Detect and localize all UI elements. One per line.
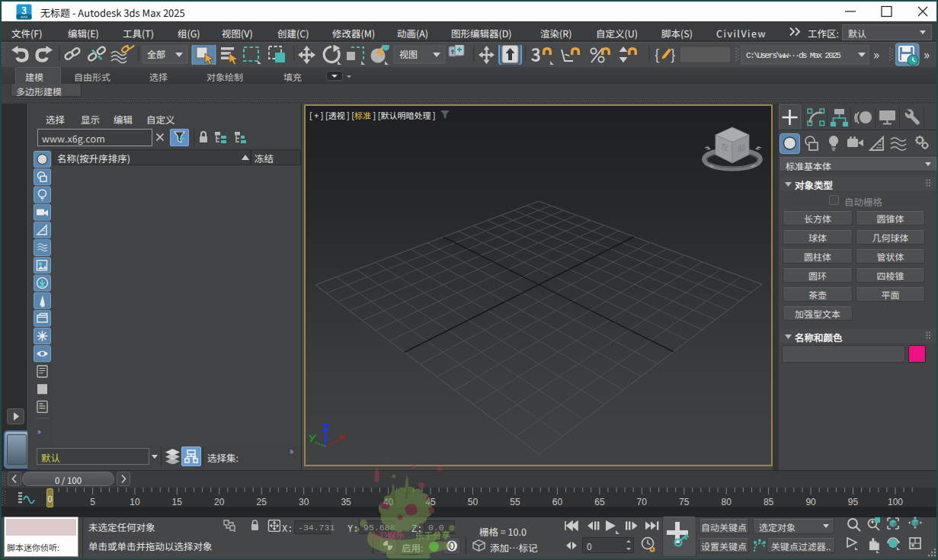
svg-text:45: 45 (425, 497, 436, 507)
svg-text:10: 10 (130, 497, 140, 507)
svg-text:»: » (37, 425, 41, 437)
svg-text:{: { (655, 45, 659, 64)
svg-text:50: 50 (468, 497, 479, 507)
svg-text:5: 5 (90, 497, 95, 507)
svg-text:3: 3 (21, 4, 27, 16)
svg-text:前: 前 (738, 141, 745, 154)
svg-text:MAX: MAX (21, 14, 28, 19)
svg-text:15: 15 (172, 497, 183, 507)
svg-text:60: 60 (552, 497, 563, 507)
svg-text:40: 40 (383, 497, 394, 507)
svg-text:90: 90 (805, 497, 816, 507)
svg-text:55: 55 (510, 497, 520, 507)
svg-text:75: 75 (679, 497, 690, 507)
svg-text:65: 65 (594, 497, 605, 507)
svg-text:70: 70 (637, 497, 648, 507)
svg-text:全部: 全部 (147, 47, 165, 60)
svg-text:25: 25 (257, 497, 267, 507)
svg-text:35: 35 (341, 497, 351, 507)
svg-text:»: » (924, 44, 930, 63)
svg-text:3: 3 (531, 45, 540, 65)
svg-text:视图: 视图 (399, 47, 418, 60)
svg-text:左: 左 (721, 139, 728, 152)
svg-text:80: 80 (722, 497, 732, 507)
svg-text:}: } (671, 45, 675, 64)
svg-text:85: 85 (764, 497, 774, 507)
svg-text:95: 95 (848, 497, 859, 507)
svg-text:100: 100 (888, 497, 903, 507)
svg-text:»: » (873, 45, 879, 63)
svg-text:20: 20 (214, 497, 225, 507)
svg-text:30: 30 (299, 497, 309, 507)
svg-text:C:\Users\ww···ds Max 2025: C:\Users\ww···ds Max 2025 (746, 50, 841, 60)
